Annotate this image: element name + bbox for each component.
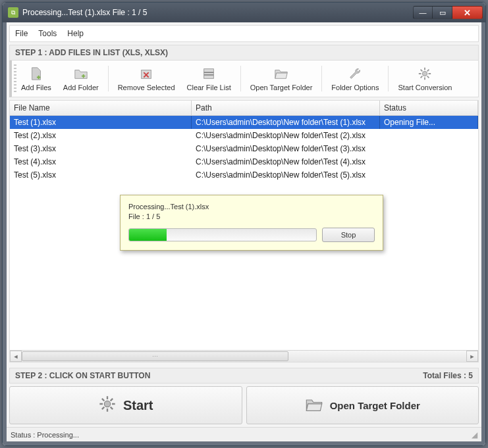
start-button[interactable]: Start bbox=[9, 386, 242, 424]
cell-path: C:\Users\admin\Desktop\New folder\Test (… bbox=[192, 116, 380, 129]
table-row[interactable]: Test (3).xlsxC:\Users\admin\Desktop\New … bbox=[10, 142, 478, 155]
remove-selected-button[interactable]: Remove Selected bbox=[113, 63, 180, 94]
minimize-button[interactable]: — bbox=[413, 6, 433, 19]
col-path[interactable]: Path bbox=[192, 101, 380, 115]
progress-bar-fill bbox=[129, 229, 167, 241]
cell-filename: Test (1).xlsx bbox=[10, 116, 192, 129]
cell-filename: Test (4).xlsx bbox=[10, 155, 192, 168]
file-add-icon bbox=[27, 66, 45, 82]
cell-status: Opening File... bbox=[380, 116, 478, 129]
folder-add-icon bbox=[72, 66, 90, 82]
client-area: File Tools Help STEP 1 : ADD FILES IN LI… bbox=[3, 22, 485, 445]
scroll-track[interactable]: ⋯ bbox=[22, 351, 466, 362]
open-target-folder-button[interactable]: Open Target Folder bbox=[246, 386, 479, 424]
status-bar: Status : Processing... ◢ bbox=[7, 427, 481, 441]
maximize-button[interactable]: ▭ bbox=[433, 6, 452, 19]
close-button[interactable]: ✕ bbox=[452, 6, 483, 19]
svg-point-2 bbox=[423, 71, 427, 76]
gear-icon bbox=[416, 66, 434, 82]
titlebar[interactable]: ⧉ Processing...Test (1).xlsx File : 1 / … bbox=[3, 3, 485, 22]
add-folder-button[interactable]: Add Folder bbox=[58, 63, 104, 94]
folder-open-icon bbox=[305, 395, 323, 416]
status-text: Status : Processing... bbox=[11, 431, 79, 439]
add-files-button[interactable]: Add Files bbox=[16, 63, 57, 94]
cell-status bbox=[380, 168, 478, 182]
step2-header: STEP 2 : CLICK ON START BUTTON Total Fil… bbox=[9, 368, 479, 384]
table-row[interactable]: Test (2).xlsxC:\Users\admin\Desktop\New … bbox=[10, 129, 478, 142]
bottom-buttons: Start Open Target Folder bbox=[9, 386, 479, 424]
col-filename[interactable]: File Name bbox=[10, 101, 192, 115]
cell-status bbox=[380, 155, 478, 168]
grid-header: File Name Path Status bbox=[10, 101, 478, 116]
cell-path: C:\Users\admin\Desktop\New folder\Test (… bbox=[192, 129, 380, 142]
table-row[interactable]: Test (5).xlsxC:\Users\admin\Desktop\New … bbox=[10, 168, 478, 182]
scroll-thumb[interactable]: ⋯ bbox=[22, 351, 288, 361]
progress-bar bbox=[128, 228, 317, 241]
stop-button[interactable]: Stop bbox=[322, 228, 375, 242]
gear-icon bbox=[98, 395, 117, 416]
horizontal-scrollbar[interactable]: ◄ ⋯ ► bbox=[10, 350, 478, 362]
step1-header: STEP 1 : ADD FILES IN LIST (XLS, XLSX) bbox=[9, 45, 479, 61]
cell-filename: Test (5).xlsx bbox=[10, 168, 192, 182]
table-row[interactable]: Test (4).xlsxC:\Users\admin\Desktop\New … bbox=[10, 155, 478, 168]
menu-file[interactable]: File bbox=[15, 29, 28, 38]
clear-list-button[interactable]: Clear File List bbox=[182, 63, 236, 94]
total-files-label: Total Files : 5 bbox=[423, 371, 473, 380]
cell-filename: Test (3).xlsx bbox=[10, 142, 192, 155]
toolbar: Add Files Add Folder Remove Selected Cle bbox=[9, 61, 479, 97]
window-title: Processing...Test (1).xlsx File : 1 / 5 bbox=[22, 8, 409, 17]
scroll-left-icon[interactable]: ◄ bbox=[10, 351, 22, 362]
cell-path: C:\Users\admin\Desktop\New folder\Test (… bbox=[192, 168, 380, 182]
resize-grip-icon[interactable]: ◢ bbox=[472, 430, 477, 439]
app-icon: ⧉ bbox=[8, 7, 18, 18]
step2-label: STEP 2 : CLICK ON START BUTTON bbox=[15, 371, 150, 380]
menubar: File Tools Help bbox=[9, 25, 479, 42]
cell-filename: Test (2).xlsx bbox=[10, 129, 192, 142]
open-target-button[interactable]: Open Target Folder bbox=[245, 63, 318, 94]
progress-dialog: Processing...Test (1).xlsx File : 1 / 5 … bbox=[120, 195, 383, 251]
table-row[interactable]: Test (1).xlsxC:\Users\admin\Desktop\New … bbox=[10, 116, 478, 129]
cell-path: C:\Users\admin\Desktop\New folder\Test (… bbox=[192, 142, 380, 155]
wrench-icon bbox=[346, 66, 364, 82]
col-status[interactable]: Status bbox=[380, 101, 478, 115]
folder-options-button[interactable]: Folder Options bbox=[326, 63, 384, 94]
cell-status bbox=[380, 129, 478, 142]
svg-rect-1 bbox=[204, 69, 214, 79]
app-window: ⧉ Processing...Test (1).xlsx File : 1 / … bbox=[2, 2, 486, 446]
cell-status bbox=[380, 142, 478, 155]
svg-point-3 bbox=[104, 401, 110, 407]
scroll-right-icon[interactable]: ► bbox=[466, 351, 478, 362]
folder-open-icon bbox=[272, 66, 290, 82]
cell-path: C:\Users\admin\Desktop\New folder\Test (… bbox=[192, 155, 380, 168]
clear-icon bbox=[200, 66, 218, 82]
remove-icon bbox=[137, 66, 155, 82]
start-conversion-button[interactable]: Start Conversion bbox=[393, 63, 457, 94]
progress-message: Processing...Test (1).xlsx File : 1 / 5 bbox=[128, 202, 375, 222]
menu-help[interactable]: Help bbox=[67, 29, 84, 38]
menu-tools[interactable]: Tools bbox=[38, 29, 57, 38]
